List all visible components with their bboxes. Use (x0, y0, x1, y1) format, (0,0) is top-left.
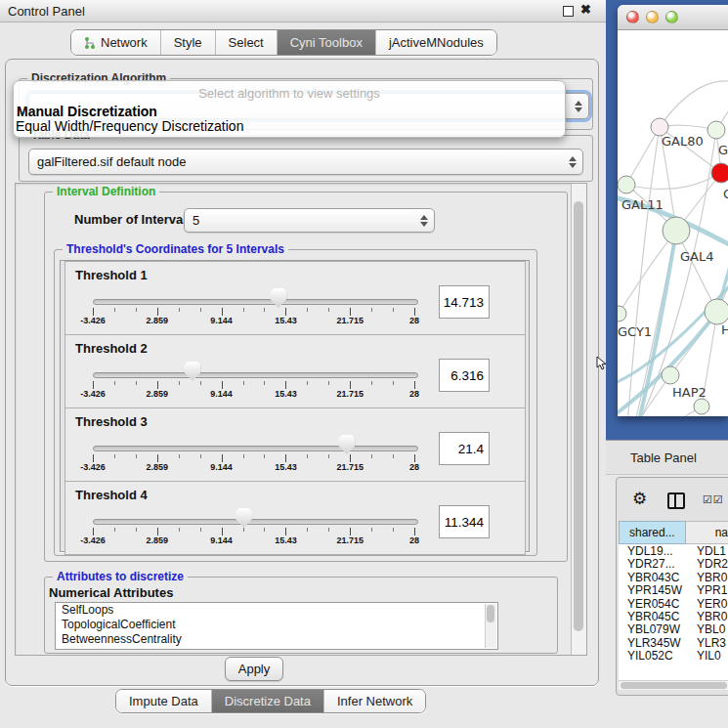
network-window-titlebar (618, 5, 728, 30)
popup-item-manual[interactable]: Manual Discretization (17, 104, 157, 119)
tab-network[interactable]: Network (71, 30, 161, 55)
num-intervals-label: Number of Intervals (74, 212, 193, 227)
slider-thumb[interactable] (236, 508, 252, 528)
table-row[interactable]: YBL079WYBL0 (619, 622, 728, 635)
slider-thumb[interactable] (184, 362, 200, 381)
tick-label: 2.859 (147, 389, 169, 399)
tab-jactivemnodules[interactable]: jActiveMNodules (376, 30, 496, 55)
settings-scroll-area: Interval Definition Number of Intervals … (15, 183, 587, 656)
tick-label: -3.426 (80, 462, 106, 472)
settings-scrollbar-thumb[interactable] (574, 201, 583, 631)
svg-text:GAL4: GAL4 (680, 249, 713, 264)
columns-icon[interactable] (667, 492, 685, 509)
threshold-row-4: Threshold 4-3.4262.8599.14415.4321.71528… (64, 481, 526, 555)
tick-label: 15.43 (275, 462, 297, 472)
combo-stepper-icon (575, 94, 582, 118)
svg-text:GAL11: GAL11 (621, 197, 664, 212)
table-row[interactable]: YBR045CYBR0 (619, 610, 728, 622)
settings-scrollbar[interactable] (571, 184, 586, 655)
attribute-item[interactable]: TopologicalCoefficient (56, 618, 497, 632)
tab-style[interactable]: Style (161, 30, 216, 55)
numerical-attributes-label: Numerical Attributes (49, 585, 173, 600)
cell-shared-name: YIL052C (627, 649, 673, 663)
bottom-tab-bar: Impute DataDiscretize DataInfer Network (115, 689, 426, 713)
table-row[interactable]: YER054CYER0 (619, 597, 728, 610)
table-rows[interactable]: YDL19...YDL1YDR27...YDR2YBR043CYBR0YPR14… (619, 544, 728, 680)
tab-label: Network (101, 35, 148, 50)
algorithm-dropdown-popup: Select algorithm to view settingsManual … (13, 80, 566, 138)
tick-label: -3.426 (80, 316, 106, 325)
slider-track[interactable] (93, 446, 418, 451)
combo-stepper-icon (420, 209, 428, 232)
cell-name: YIL0 (697, 649, 721, 663)
attribute-item[interactable]: BetweennessCentrality (56, 632, 497, 647)
cell-shared-name: YDR27... (627, 557, 675, 571)
threshold-row-1: Threshold 1-3.4262.8599.14415.4321.71528… (64, 261, 526, 335)
column-header-shared-name[interactable]: shared... (619, 521, 686, 544)
tab-discretize-data[interactable]: Discretize Data (212, 690, 324, 712)
tab-select[interactable]: Select (216, 30, 278, 55)
cell-name: YER0 (697, 597, 727, 611)
svg-text:GAL80: GAL80 (662, 134, 704, 149)
window-float-icon[interactable] (563, 6, 574, 17)
thresholds-group: Threshold's Coordinates for 5 Intervals … (54, 249, 537, 556)
threshold-value-field[interactable]: 21.4 (439, 432, 490, 465)
tab-label: Impute Data (129, 694, 198, 708)
table-data-combo[interactable]: galFiltered.sif default node (28, 149, 583, 175)
network-canvas[interactable]: GAL80GACGAL11GAL4GCY1HHAP2 (618, 30, 728, 416)
table-row[interactable]: YBR043CYBR0 (619, 571, 728, 583)
close-traffic-light-icon[interactable] (626, 11, 639, 23)
tick-label: 2.859 (147, 462, 169, 472)
tick-label: 15.43 (275, 535, 297, 545)
attributes-group-title: Attributes to discretize (53, 570, 188, 583)
threshold-label: Threshold 4 (75, 488, 148, 502)
table-hscrollbar[interactable] (619, 680, 728, 690)
table-row[interactable]: YLR345WYLR3 (619, 636, 728, 649)
tick-label: 2.859 (147, 535, 169, 545)
table-row[interactable]: YIL052CYIL0 (619, 649, 728, 662)
num-intervals-combo[interactable]: 5 (184, 208, 435, 233)
tick-label: 28 (409, 316, 419, 325)
attribute-list[interactable]: SelfLoopsTopologicalCoefficientBetweenne… (55, 602, 498, 650)
column-header-name[interactable]: na (686, 521, 728, 544)
table-panel-title: Table Panel (630, 450, 697, 465)
slider-track[interactable] (93, 372, 418, 378)
tab-impute-data[interactable]: Impute Data (116, 690, 212, 712)
threshold-value-field[interactable]: 14.713 (439, 285, 490, 319)
cell-shared-name: YBR045C (627, 610, 679, 623)
svg-text:H: H (721, 322, 728, 337)
svg-text:GA: GA (718, 143, 728, 157)
tick-label: 28 (409, 462, 419, 472)
apply-button[interactable]: Apply (225, 657, 283, 681)
threshold-value-field[interactable]: 6.316 (439, 359, 490, 392)
table-row[interactable]: YDR27...YDR2 (619, 557, 728, 570)
network-window: GAL80GACGAL11GAL4GCY1HHAP2 (618, 5, 728, 416)
window-close-icon[interactable]: ✖ (580, 2, 591, 17)
slider-track[interactable] (93, 519, 418, 525)
cell-name: YLR3 (697, 636, 726, 650)
threshold-list: Threshold 1-3.4262.8599.14415.4321.71528… (60, 260, 530, 552)
popup-item-equal-width[interactable]: Equal Width/Frequency Discretization (16, 118, 243, 134)
table-row[interactable]: YDL19...YDL1 (619, 544, 728, 557)
slider-thumb[interactable] (270, 288, 286, 308)
attribute-item[interactable]: SelfLoops (56, 603, 497, 618)
tab-cyni-toolbox[interactable]: Cyni Toolbox (278, 30, 376, 55)
select-columns-icon[interactable]: ☑☑ (703, 493, 724, 506)
table-data-group: Table Data galFiltered.sif default node (19, 135, 593, 182)
minimize-traffic-light-icon[interactable] (646, 11, 659, 23)
table-header-row: shared... na (619, 521, 728, 544)
cell-name: YBR0 (697, 610, 727, 623)
threshold-value-field[interactable]: 11.344 (439, 505, 490, 538)
threshold-row-2: Threshold 2-3.4262.8599.14415.4321.71528… (64, 334, 526, 408)
slider-major-ticks (93, 308, 416, 316)
attribute-list-scrollbar[interactable] (485, 604, 496, 648)
table-row[interactable]: YPR145WYPR1 (619, 583, 728, 596)
table-toolbar: ⚙ ☑☑ (617, 478, 728, 521)
tab-infer-network[interactable]: Infer Network (324, 690, 425, 712)
gear-icon[interactable]: ⚙ (632, 491, 647, 507)
slider-track[interactable] (93, 299, 418, 305)
table-panel: ⚙ ☑☑ shared... na YDL19...YDL1YDR27...YD… (616, 477, 728, 696)
slider-thumb[interactable] (338, 435, 355, 454)
cell-shared-name: YDL19... (627, 544, 673, 558)
zoom-traffic-light-icon[interactable] (665, 11, 678, 23)
